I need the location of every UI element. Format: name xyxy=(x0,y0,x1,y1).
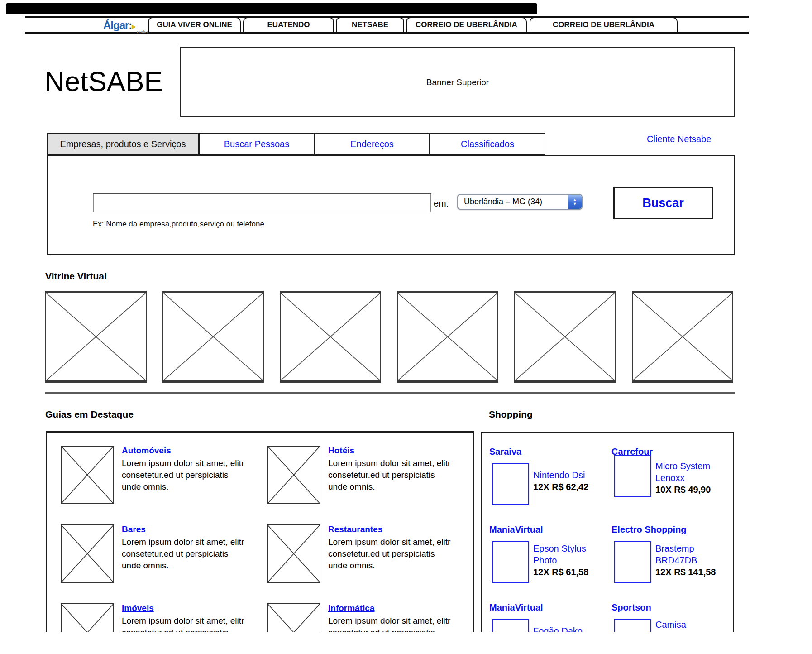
store-link[interactable]: ManiaVirtual xyxy=(489,602,602,613)
guia-description: Lorem ipsum dolor sit amet, elitr conset… xyxy=(122,457,245,493)
shopping-item-maniavirtual-1: ManiaVirtual Epson Stylus Photo 12X R$ 6… xyxy=(489,524,602,592)
product-image-placeholder[interactable] xyxy=(492,541,529,583)
guia-link[interactable]: Informática xyxy=(328,603,374,613)
product-image-placeholder[interactable] xyxy=(492,463,529,505)
tab-strip-bottom-line xyxy=(25,32,749,34)
guia-image-placeholder xyxy=(267,446,320,504)
store-link[interactable]: Sportson xyxy=(611,602,725,613)
guia-link[interactable]: Hotéis xyxy=(328,446,354,455)
shopping-item-saraiva: Saraiva Nintendo Dsi 12X R$ 62,42 xyxy=(489,447,602,515)
product-link[interactable]: Epson Stylus Photo xyxy=(533,543,597,566)
image-placeholder-x-icon xyxy=(633,293,732,380)
location-select[interactable]: Uberlândia – MG (34) ▲ ▼ xyxy=(457,194,583,210)
guia-item-automoveis: Automóveis Lorem ipsum dolor sit amet, e… xyxy=(61,446,251,514)
top-banner-label: Banner Superior xyxy=(426,77,489,87)
guia-link[interactable]: Restaurantes xyxy=(328,524,382,534)
browser-tab-netsabe[interactable]: NETSABE xyxy=(336,17,404,32)
em-label: em: xyxy=(434,198,449,209)
product-image-placeholder[interactable] xyxy=(614,455,651,497)
guia-link[interactable]: Imóveis xyxy=(122,603,154,613)
store-link[interactable]: ManiaVirtual xyxy=(489,524,602,535)
search-input[interactable] xyxy=(93,193,431,212)
browser-tab-guia-viver-online[interactable]: GUIA VIVER ONLINE xyxy=(148,17,241,32)
product-image-placeholder[interactable] xyxy=(614,541,651,583)
browser-tab-correio-2[interactable]: CORREIO DE UBERLÂNDIA xyxy=(530,17,678,32)
section-divider xyxy=(45,392,735,394)
search-tab-buscar-pessoas[interactable]: Buscar Pessoas xyxy=(199,133,315,155)
vitrine-title: Vitrine Virtual xyxy=(45,271,107,282)
product-price: 12X R$ 62,42 xyxy=(533,481,597,493)
image-placeholder-x-icon xyxy=(268,525,320,582)
guia-image-placeholder xyxy=(267,524,320,583)
algar-logo-text: Álgar:▸ xyxy=(103,19,135,31)
shopping-title: Shopping xyxy=(489,409,533,420)
location-select-value: Uberlândia – MG (34) xyxy=(458,197,568,207)
browser-tab-correio-1[interactable]: CORREIO DE UBERLÂNDIA xyxy=(406,17,527,32)
image-placeholder-x-icon xyxy=(163,293,263,380)
product-link[interactable]: Micro System Lenoxx xyxy=(655,460,720,484)
vitrine-placeholder[interactable] xyxy=(280,291,381,383)
browser-tab-euatendo[interactable]: EUATENDO xyxy=(243,17,334,32)
guia-description: Lorem ipsum dolor sit amet, elitr conset… xyxy=(328,536,451,572)
vitrine-placeholder[interactable] xyxy=(45,291,147,383)
vitrine-placeholder[interactable] xyxy=(397,291,498,383)
product-link[interactable]: Brastemp BRD47DB xyxy=(655,543,720,566)
guia-link[interactable]: Automóveis xyxy=(122,446,171,455)
guias-title: Guias em Destaque xyxy=(45,409,134,420)
guia-image-placeholder xyxy=(61,524,114,583)
image-placeholder-x-icon xyxy=(281,293,380,380)
vitrine-placeholder[interactable] xyxy=(162,291,264,383)
shopping-item-electro: Electro Shopping Brastemp BRD47DB 12X R$… xyxy=(611,524,725,592)
buscar-button[interactable]: Buscar xyxy=(613,187,713,219)
image-placeholder-x-icon xyxy=(62,525,113,582)
algar-logo: Álgar:▸ mídia xyxy=(103,18,148,32)
product-price: 10X R$ 49,90 xyxy=(655,484,720,495)
image-placeholder-x-icon xyxy=(46,293,146,380)
site-logo: NetSABE xyxy=(44,65,163,97)
image-placeholder-x-icon xyxy=(515,293,615,380)
guia-item-bares: Bares Lorem ipsum dolor sit amet, elitr … xyxy=(61,524,251,592)
algar-arrow-icon: ▸ xyxy=(132,22,135,31)
store-link[interactable]: Saraiva xyxy=(489,447,602,457)
cliente-netsabe-link[interactable]: Cliente Netsabe xyxy=(647,134,711,144)
search-tab-classificados[interactable]: Classificados xyxy=(430,133,545,155)
select-stepper-icon[interactable]: ▲ ▼ xyxy=(568,195,582,209)
top-banner[interactable]: Banner Superior xyxy=(180,47,735,117)
algar-midia-label: mídia xyxy=(137,29,148,34)
guia-link[interactable]: Bares xyxy=(122,524,146,534)
page-cutoff xyxy=(0,632,812,654)
image-placeholder-x-icon xyxy=(398,293,497,380)
image-placeholder-x-icon xyxy=(268,447,320,503)
product-link[interactable]: Nintendo Dsi xyxy=(533,469,597,481)
product-price: 12X R$ 141,58 xyxy=(655,566,720,578)
shopping-item-carrefour: Carrefour Micro System Lenoxx 10X R$ 49,… xyxy=(611,447,725,515)
search-tab-empresas[interactable]: Empresas, produtos e Serviços xyxy=(47,133,199,155)
guia-image-placeholder xyxy=(61,446,114,504)
window-title-bar xyxy=(6,3,537,14)
guia-description: Lorem ipsum dolor sit amet, elitr conset… xyxy=(328,457,451,493)
search-tab-enderecos[interactable]: Endereços xyxy=(315,133,430,155)
store-link[interactable]: Electro Shopping xyxy=(611,524,725,535)
guia-item-hoteis: Hotéis Lorem ipsum dolor sit amet, elitr… xyxy=(267,446,457,514)
vitrine-placeholder[interactable] xyxy=(632,291,733,383)
search-hint: Ex: Nome da empresa,produto,serviço ou t… xyxy=(93,220,264,229)
product-price: 12X R$ 61,58 xyxy=(533,566,597,578)
guia-item-restaurantes: Restaurantes Lorem ipsum dolor sit amet,… xyxy=(267,524,457,592)
vitrine-placeholder[interactable] xyxy=(514,291,616,383)
guia-description: Lorem ipsum dolor sit amet, elitr conset… xyxy=(122,536,245,572)
image-placeholder-x-icon xyxy=(62,447,113,503)
